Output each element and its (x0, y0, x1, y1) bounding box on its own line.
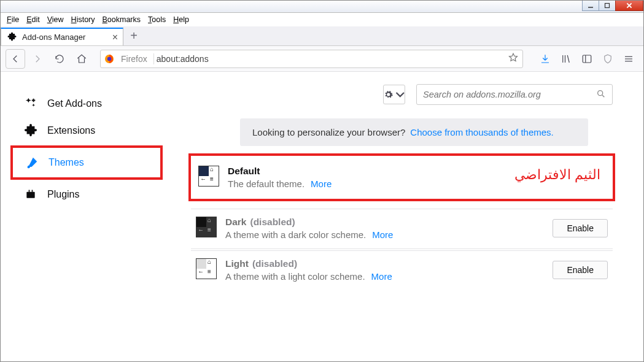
nav-toolbar: Firefox about:addons (1, 46, 643, 72)
menu-edit[interactable]: Edit (26, 15, 40, 24)
theme-more-link[interactable]: More (371, 271, 392, 282)
banner-link[interactable]: Choose from thousands of themes. (410, 127, 553, 137)
divider (191, 248, 613, 249)
sidebar-item-label: Extensions (47, 125, 95, 136)
svg-rect-13 (32, 190, 33, 192)
search-placeholder-text: Search on addons.mozilla.org (423, 90, 541, 99)
themes-promo-banner: Looking to personalize your browser? Cho… (240, 118, 588, 146)
menu-view[interactable]: View (47, 15, 64, 24)
search-icon (596, 89, 606, 101)
theme-description: A theme with a dark color scheme. (225, 229, 366, 240)
reload-button[interactable] (50, 49, 69, 69)
menu-tools[interactable]: Tools (148, 15, 166, 24)
svg-line-15 (602, 95, 604, 97)
home-button[interactable] (72, 49, 91, 69)
svg-rect-11 (26, 192, 34, 198)
puzzle-piece-icon (24, 124, 37, 137)
addons-search-input[interactable]: Search on addons.mozilla.org (416, 84, 613, 105)
annotation-highlight-sidebar: Themes (10, 145, 163, 180)
shield-icon[interactable] (598, 49, 618, 69)
url-bar[interactable]: Firefox about:addons (100, 50, 523, 68)
banner-text: Looking to personalize your browser? (252, 127, 405, 137)
theme-description: The default theme. (228, 179, 305, 189)
menu-bookmarks[interactable]: Bookmarks (103, 15, 141, 24)
theme-row-dark[interactable]: Dark(disabled) A theme with a dark color… (191, 209, 613, 247)
window-close-button[interactable] (615, 0, 643, 11)
url-text: about:addons (157, 54, 209, 64)
tools-menu-button[interactable] (383, 85, 405, 104)
theme-more-link[interactable]: More (311, 179, 332, 189)
plug-icon (24, 188, 37, 201)
sidebar-item-extensions[interactable]: Extensions (13, 117, 160, 144)
window-titlebar (1, 1, 643, 13)
sidebar-item-label: Get Add-ons (47, 98, 102, 109)
window-minimize-button[interactable] (582, 0, 599, 11)
theme-thumbnail (198, 166, 219, 187)
urlbar-separator (153, 53, 154, 64)
window-maximize-button[interactable] (599, 0, 616, 11)
sidebar-item-label: Plugins (47, 189, 79, 200)
svg-rect-6 (583, 55, 591, 63)
theme-disabled-tag: (disabled) (252, 258, 297, 269)
sparkle-plus-icon (24, 97, 37, 110)
sidebar-item-plugins[interactable]: Plugins (13, 181, 160, 208)
library-button[interactable] (556, 49, 576, 69)
downloads-button[interactable] (535, 49, 555, 69)
new-tab-button[interactable]: + (123, 26, 144, 45)
sidebar-item-get-addons[interactable]: Get Add-ons (13, 90, 160, 117)
theme-thumbnail (196, 217, 217, 237)
main-panel: Search on addons.mozilla.org Looking to … (173, 72, 643, 362)
menu-file[interactable]: File (7, 15, 19, 24)
addons-sidebar: Get Add-ons Extensions Themes Plugins (1, 72, 173, 362)
svg-point-5 (107, 56, 111, 60)
menu-history[interactable]: History (71, 15, 95, 24)
tab-addons-manager[interactable]: Add-ons Manager × (1, 28, 123, 45)
firefox-icon (104, 54, 114, 64)
back-button[interactable] (6, 49, 25, 69)
theme-description: A theme with a light color scheme. (225, 271, 365, 282)
gear-icon (384, 90, 394, 99)
sidebar-item-themes[interactable]: Themes (14, 149, 159, 176)
menu-help[interactable]: Help (173, 15, 189, 24)
bookmark-star-icon[interactable] (508, 52, 519, 65)
annotation-highlight-theme: Default The default theme.More الثيم الا… (188, 153, 615, 201)
puzzle-icon (7, 33, 17, 42)
theme-name: Dark (225, 217, 246, 227)
theme-row-light[interactable]: Light(disabled) A theme with a light col… (191, 250, 613, 289)
sidebar-item-label: Themes (48, 157, 84, 168)
theme-thumbnail (196, 258, 217, 279)
tab-strip: Add-ons Manager × + (1, 26, 643, 46)
menu-bar: File Edit View History Bookmarks Tools H… (1, 13, 643, 26)
enable-button[interactable]: Enable (553, 261, 608, 279)
svg-rect-1 (605, 4, 610, 8)
tab-title: Add-ons Manager (22, 33, 85, 42)
tab-close-button[interactable]: × (112, 32, 118, 43)
svg-point-14 (598, 90, 603, 95)
theme-more-link[interactable]: More (372, 229, 393, 240)
chevron-down-icon (395, 90, 405, 99)
sidebar-button[interactable] (577, 49, 597, 69)
theme-disabled-tag: (disabled) (250, 217, 295, 227)
forward-button[interactable] (28, 49, 47, 69)
annotation-text: الثيم الافتراضي (514, 167, 600, 183)
enable-button[interactable]: Enable (553, 219, 608, 237)
app-menu-button[interactable] (619, 49, 638, 69)
theme-name: Light (225, 258, 249, 269)
brush-icon (25, 156, 39, 169)
theme-row-default[interactable]: Default The default theme.More الثيم الا… (193, 158, 610, 196)
identity-label: Firefox (121, 54, 147, 64)
svg-rect-12 (29, 190, 30, 192)
